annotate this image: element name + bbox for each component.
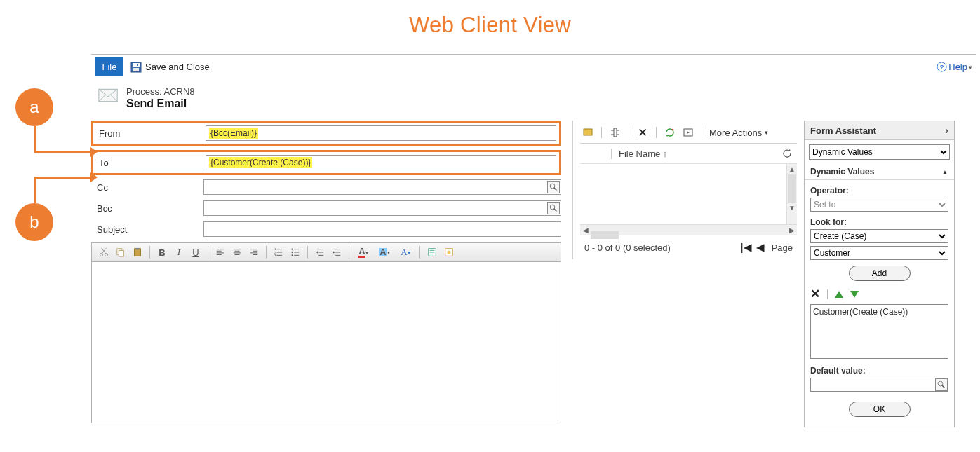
copy-button[interactable] — [113, 245, 128, 260]
prev-page-button[interactable]: ◀ — [756, 241, 765, 254]
align-center-button[interactable] — [229, 245, 245, 260]
bcc-input[interactable] — [203, 200, 561, 216]
more-actions-button[interactable]: More Actions ▾ — [709, 128, 768, 138]
bold-button[interactable]: B — [154, 245, 170, 260]
help-label: Help — [948, 62, 967, 72]
more-actions-label: More Actions — [709, 128, 762, 138]
svg-rect-18 — [135, 248, 139, 250]
svg-line-13 — [102, 248, 106, 254]
svg-rect-16 — [119, 250, 123, 256]
list-item[interactable]: Customer(Create (Case)) — [813, 307, 946, 317]
subject-input[interactable] — [203, 221, 561, 237]
to-label: To — [93, 158, 206, 168]
to-input[interactable]: {Customer(Create (Case))} — [206, 155, 556, 170]
move-down-button[interactable] — [850, 291, 859, 298]
collapse-section-icon[interactable]: ▲ — [941, 168, 948, 176]
ordered-list-button[interactable]: 123 — [271, 245, 286, 260]
attachment-action-button[interactable] — [682, 126, 694, 139]
svg-marker-46 — [316, 251, 318, 254]
attachments-vscrollbar[interactable]: ▲ ▼ — [786, 164, 797, 224]
default-lookup-button[interactable] — [935, 378, 948, 391]
svg-rect-3 — [137, 64, 138, 66]
ok-button[interactable]: OK — [849, 402, 911, 417]
font-picker-button[interactable]: A▾ — [396, 245, 415, 260]
svg-point-12 — [105, 253, 107, 256]
cc-input[interactable] — [203, 179, 561, 195]
subject-row: Subject — [91, 221, 561, 237]
scroll-down-icon[interactable]: ▼ — [787, 203, 797, 213]
highlight-color-button[interactable]: A▾ — [375, 245, 394, 260]
operator-select[interactable]: Set to — [810, 198, 948, 212]
hscroll-thumb[interactable] — [591, 231, 619, 239]
disk-icon — [130, 62, 142, 73]
attachments-panel: ✕ More Actions ▾ File Name ↑ — [572, 121, 797, 259]
refresh-attachments-button[interactable] — [664, 126, 676, 139]
help-icon: ? — [937, 62, 947, 72]
lookfor-field-select[interactable]: Customer — [810, 246, 948, 260]
paste-button[interactable] — [130, 245, 145, 260]
bcc-label: Bcc — [91, 203, 203, 214]
svg-marker-68 — [789, 149, 791, 151]
attachments-toolbar: ✕ More Actions ▾ — [580, 123, 797, 144]
indent-button[interactable] — [329, 245, 344, 260]
app-window: File Save and Close ? Help ▾ — [91, 54, 976, 448]
svg-rect-59 — [614, 128, 617, 137]
default-value-input[interactable] — [810, 378, 948, 392]
remove-item-button[interactable]: ✕ — [810, 287, 820, 301]
outdent-button[interactable] — [312, 245, 328, 260]
svg-text:3: 3 — [274, 254, 276, 257]
refresh-list-icon[interactable] — [781, 148, 793, 159]
help-link[interactable]: ? Help ▾ — [937, 62, 972, 72]
lookfor-entity-select[interactable]: Create (Case) — [810, 229, 948, 243]
svg-line-10 — [554, 209, 557, 212]
insert-article-button[interactable] — [441, 245, 457, 260]
callout-a-connector — [34, 126, 36, 153]
collapse-panel-icon[interactable]: › — [945, 125, 948, 136]
font-color-button[interactable]: A▾ — [354, 245, 373, 260]
process-header: Process: ACRN8 Send Email — [91, 79, 976, 121]
add-button[interactable]: Add — [849, 266, 911, 281]
align-left-button[interactable] — [213, 245, 228, 260]
cc-lookup-button[interactable] — [547, 181, 560, 193]
callout-b-arrowhead — [90, 172, 98, 182]
svg-text:?: ? — [940, 64, 944, 71]
attachments-status: 0 - 0 of 0 (0 selected) — [584, 242, 671, 253]
save-and-close-button[interactable]: Save and Close — [130, 62, 210, 73]
from-label: From — [93, 128, 206, 139]
insert-template-button[interactable] — [424, 245, 440, 260]
italic-button[interactable]: I — [171, 245, 187, 260]
svg-point-65 — [672, 129, 674, 131]
attachments-column-header[interactable]: File Name ↑ — [580, 144, 797, 164]
process-name: Process: ACRN8 — [126, 86, 195, 97]
scroll-right-icon[interactable]: ▶ — [786, 226, 797, 234]
attachment-view-button[interactable] — [609, 126, 622, 139]
attachments-list: ▲ ▼ — [580, 164, 797, 224]
scroll-up-icon[interactable]: ▲ — [787, 164, 797, 174]
first-page-button[interactable]: |◀ — [741, 241, 752, 254]
scroll-thumb[interactable] — [788, 174, 796, 203]
from-input[interactable]: {Bcc(Email)} — [206, 125, 556, 141]
topbar: File Save and Close ? Help ▾ — [91, 55, 976, 79]
new-attachment-button[interactable] — [582, 126, 594, 139]
scroll-left-icon[interactable]: ◀ — [580, 226, 591, 234]
delete-attachment-button[interactable]: ✕ — [636, 126, 649, 139]
cut-button[interactable] — [96, 245, 112, 260]
move-up-button[interactable] — [835, 291, 843, 298]
align-right-button[interactable] — [246, 245, 262, 260]
svg-rect-58 — [584, 129, 587, 130]
unordered-list-button[interactable] — [288, 245, 303, 260]
rte-toolbar: B I U 123 A▾ A▾ A▾ — [91, 242, 561, 262]
chevron-down-icon: ▾ — [765, 129, 768, 136]
list-toolbar: ✕ — [810, 287, 948, 301]
bcc-lookup-button[interactable] — [547, 202, 560, 214]
dynamic-values-listbox[interactable]: Customer(Create (Case)) — [810, 304, 948, 359]
assistant-mode-select[interactable]: Dynamic Values — [809, 144, 950, 160]
save-and-close-label: Save and Close — [145, 62, 210, 72]
lookfor-label: Look for: — [810, 217, 948, 227]
attachments-hscrollbar[interactable]: ◀ ▶ — [580, 224, 797, 235]
file-button[interactable]: File — [95, 57, 123, 76]
underline-button[interactable]: U — [188, 245, 203, 260]
email-body-editor[interactable] — [91, 262, 561, 423]
svg-rect-1 — [133, 63, 140, 67]
assistant-subheader[interactable]: Dynamic Values ▲ — [805, 164, 954, 180]
